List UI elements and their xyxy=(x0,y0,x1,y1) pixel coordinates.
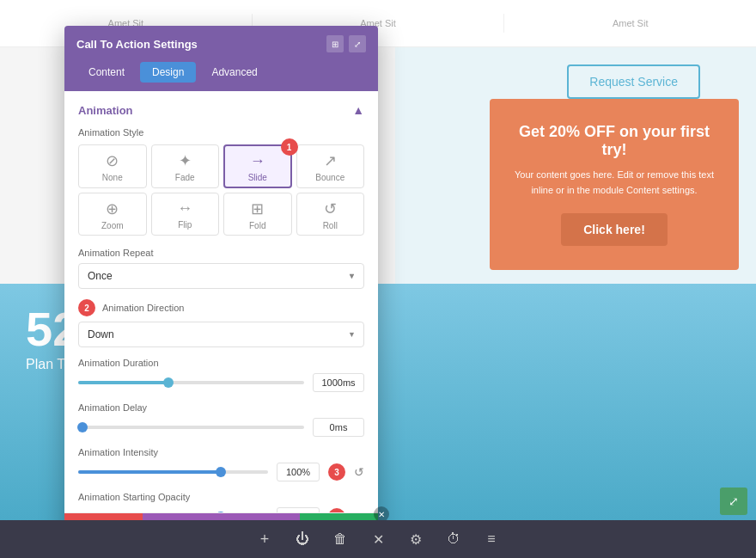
opacity-label: Animation Starting Opacity xyxy=(78,492,364,502)
opacity-value[interactable] xyxy=(277,507,320,512)
fade-label: Fade xyxy=(175,173,195,182)
badge-4: 4 xyxy=(328,508,345,512)
animation-style-group: Animation Style ⊘ None ✦ Fade → Slide 1 xyxy=(78,127,364,236)
animation-section-title: Animation xyxy=(78,104,133,117)
anim-bounce[interactable]: ↗ Bounce xyxy=(296,144,365,188)
duration-slider-thumb[interactable] xyxy=(163,377,174,388)
tab-content[interactable]: Content xyxy=(76,62,137,83)
collapse-icon[interactable]: ▲ xyxy=(352,103,364,117)
intensity-reset-icon[interactable]: ↺ xyxy=(354,465,364,479)
request-service-button[interactable]: Request Service xyxy=(567,64,700,99)
intensity-slider-track[interactable] xyxy=(78,470,268,474)
direction-label: Animation Direction xyxy=(102,303,184,313)
delay-slider-track[interactable] xyxy=(78,426,304,429)
anim-roll[interactable]: ↺ Roll xyxy=(296,193,365,236)
cta-description: Your content goes here. Edit or remove t… xyxy=(507,168,722,198)
anim-none[interactable]: ⊘ None xyxy=(78,144,147,188)
animation-style-label: Animation Style xyxy=(78,127,364,138)
delay-value[interactable] xyxy=(313,418,364,437)
slide-icon: → xyxy=(250,152,265,170)
tab-advanced[interactable]: Advanced xyxy=(199,62,269,83)
repeat-group: Animation Repeat Once Loop Infinite ▼ xyxy=(78,248,364,289)
zoom-label: Zoom xyxy=(101,221,124,230)
toolbar-timer-button[interactable]: ⏱ xyxy=(435,520,472,558)
direction-select[interactable]: Top Right Down Left xyxy=(78,322,364,347)
repeat-select[interactable]: Once Loop Infinite xyxy=(78,263,364,289)
slide-label: Slide xyxy=(248,173,267,182)
none-label: None xyxy=(102,173,123,182)
cta-button[interactable]: Click here! xyxy=(561,213,668,246)
modal-body: Animation ▲ Animation Style ⊘ None ✦ Fad… xyxy=(64,91,378,512)
cta-title: Get 20% OFF on your first try! xyxy=(507,123,722,159)
roll-icon: ↺ xyxy=(324,199,337,218)
fold-label: Fold xyxy=(249,221,265,230)
none-icon: ⊘ xyxy=(106,151,119,170)
duration-value[interactable] xyxy=(313,373,364,392)
toolbar-settings-button[interactable]: ⚙ xyxy=(397,520,435,558)
fade-icon: ✦ xyxy=(179,151,192,170)
delay-slider-thumb[interactable] xyxy=(77,422,88,432)
toolbar-delete-button[interactable]: 🗑 xyxy=(321,520,359,558)
flip-icon: ↔ xyxy=(177,199,192,218)
flip-label: Flip xyxy=(178,220,192,230)
anim-fold[interactable]: ⊞ Fold xyxy=(223,193,292,236)
zoom-icon: ⊕ xyxy=(106,199,119,218)
intensity-value[interactable] xyxy=(277,463,320,481)
opacity-group: Animation Starting Opacity 4 ↺ xyxy=(78,492,364,512)
expand-button[interactable]: ⤢ xyxy=(720,487,747,515)
duration-group: Animation Duration xyxy=(78,358,364,392)
modal-panel: Call To Action Settings ⊞ ⤢ Content Desi… xyxy=(64,26,378,549)
intensity-group: Animation Intensity 3 ↺ xyxy=(78,447,364,481)
bounce-icon: ↗ xyxy=(324,151,337,170)
badge-1: 1 xyxy=(281,138,298,156)
cta-panel: Get 20% OFF on your first try! Your cont… xyxy=(490,99,739,270)
anim-slide[interactable]: → Slide 1 xyxy=(223,144,292,188)
delay-label: Animation Delay xyxy=(78,402,364,413)
modal-title: Call To Action Settings xyxy=(76,38,198,51)
modal-resize-icon[interactable]: ⊞ xyxy=(326,35,344,52)
roll-label: Roll xyxy=(323,221,338,230)
col-amet-3: Amet Sit xyxy=(504,14,756,33)
modal-header: Call To Action Settings ⊞ ⤢ xyxy=(64,26,378,62)
anim-fade[interactable]: ✦ Fade xyxy=(151,144,220,188)
toolbar-add-button[interactable]: + xyxy=(246,520,284,558)
toolbar-menu-button[interactable]: ≡ xyxy=(472,520,510,558)
anim-zoom[interactable]: ⊕ Zoom xyxy=(78,193,147,236)
repeat-label: Animation Repeat xyxy=(78,248,364,258)
badge-3: 3 xyxy=(328,463,345,481)
opacity-reset-icon[interactable]: ↺ xyxy=(354,510,364,512)
intensity-slider-thumb[interactable] xyxy=(216,467,226,477)
badge-2: 2 xyxy=(78,299,95,316)
bottom-toolbar: + ⏻ 🗑 ✕ ⚙ ⏱ ≡ xyxy=(0,520,756,558)
bounce-label: Bounce xyxy=(315,173,344,182)
duration-slider-track[interactable] xyxy=(78,381,304,384)
fold-icon: ⊞ xyxy=(251,199,264,218)
tab-design[interactable]: Design xyxy=(140,62,196,83)
direction-group: 2 Animation Direction Top Right Down Lef… xyxy=(78,299,364,347)
modal-tabs: Content Design Advanced xyxy=(64,62,378,91)
intensity-label: Animation Intensity xyxy=(78,447,364,457)
toolbar-close-button[interactable]: ✕ xyxy=(359,520,397,558)
delay-group: Animation Delay xyxy=(78,402,364,437)
modal-expand-icon[interactable]: ⤢ xyxy=(349,35,366,52)
toolbar-power-button[interactable]: ⏻ xyxy=(284,520,321,558)
duration-label: Animation Duration xyxy=(78,358,364,368)
anim-flip[interactable]: ↔ Flip xyxy=(151,193,220,236)
